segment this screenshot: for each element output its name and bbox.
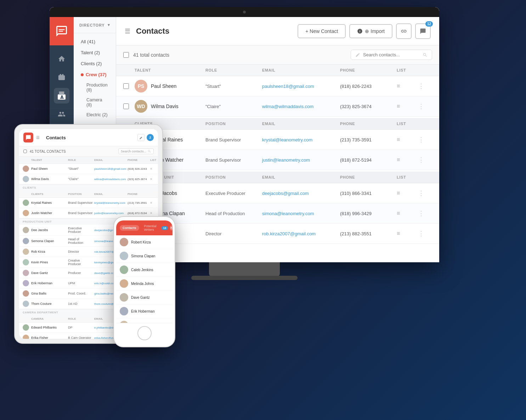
contacts-toolbar: 41 total contacts bbox=[116, 45, 439, 65]
col-phone-1: PHONE bbox=[340, 68, 397, 72]
t-name-cell-5: Dee Jacobs bbox=[31, 228, 67, 232]
sidebar-item-contacts[interactable] bbox=[54, 88, 69, 103]
tablet-action-icons: 2 bbox=[137, 134, 154, 141]
list-icon-7[interactable]: ≡ bbox=[397, 230, 418, 237]
t-avatar-9 bbox=[23, 270, 29, 276]
t-name-4: Justin Watcher bbox=[31, 211, 52, 215]
directory-chevron: ▾ bbox=[108, 23, 110, 27]
more-icon-1[interactable]: ⋮ bbox=[418, 82, 432, 90]
tablet-hamburger[interactable]: ☰ bbox=[36, 135, 43, 140]
t-role-7: Director bbox=[68, 250, 93, 253]
monitor-stand bbox=[209, 262, 280, 276]
t-avatar-14 bbox=[23, 335, 29, 339]
tablet-header: ☰ Contacts 2 bbox=[19, 129, 158, 146]
phone-avatar-6 bbox=[120, 307, 128, 315]
contact-name-cell-1: PS Paul Sheen bbox=[135, 80, 205, 93]
dir-sub-camera[interactable]: Camera (8) bbox=[74, 95, 116, 110]
table-row: JW Justin Watcher Brand Supervisor justi… bbox=[116, 150, 439, 170]
tablet-row: Paul Sheen "Stuart" paulsheen18@gmail.co… bbox=[19, 164, 158, 174]
tablet-title: Contacts bbox=[46, 135, 135, 140]
import-button[interactable]: ⊕ Import bbox=[349, 24, 392, 38]
new-contact-button[interactable]: + New Contact bbox=[298, 24, 346, 38]
more-icon-2[interactable]: ⋮ bbox=[418, 102, 432, 110]
header-actions: + New Contact ⊕ Import 12 bbox=[298, 23, 431, 39]
avatar-paul-sheen: PS bbox=[135, 80, 147, 93]
chat-button[interactable]: 12 bbox=[415, 23, 431, 39]
dir-item-talent[interactable]: Talent (2) bbox=[74, 47, 116, 58]
phone-list-item[interactable]: Gina Bailis bbox=[116, 318, 172, 323]
phone-close-btn[interactable]: ✕ bbox=[170, 225, 172, 230]
list-icon-6[interactable]: ≡ bbox=[397, 210, 418, 217]
t-name-13: Edward Philbanks bbox=[31, 326, 57, 329]
select-all-checkbox[interactable] bbox=[123, 52, 129, 58]
tablet-clients-header: CLIENTS POSITION EMAIL PHONE bbox=[19, 191, 158, 198]
phone-avatar-4 bbox=[120, 279, 128, 288]
hamburger-button[interactable]: ☰ bbox=[125, 27, 130, 35]
t-name-cell-14: Erika Fisher bbox=[31, 336, 67, 339]
more-icon-5[interactable]: ⋮ bbox=[418, 189, 432, 197]
app-logo[interactable] bbox=[50, 17, 74, 45]
people-icon bbox=[58, 110, 66, 118]
t-col-clients: CLIENTS bbox=[31, 192, 67, 196]
phone-screen: Contacts Potential Writers 18 ✕ Robert K… bbox=[116, 220, 172, 343]
t-role-1: "Stuart" bbox=[68, 167, 93, 170]
contact-email-7: rob.kirza2007@gmail.com bbox=[262, 231, 340, 236]
contact-phone-3: (213) 735-3591 bbox=[340, 137, 397, 142]
info-icon bbox=[357, 28, 363, 34]
t-list-1[interactable]: ≡ bbox=[150, 167, 157, 170]
more-icon-3[interactable]: ⋮ bbox=[418, 136, 432, 144]
sidebar-item-teams[interactable] bbox=[54, 106, 69, 122]
phone-tab-contacts[interactable]: Contacts bbox=[120, 225, 139, 231]
contact-role-2: "Claire" bbox=[205, 104, 262, 109]
tablet-row: Krystal Raines Brand Supervisor krystal@… bbox=[19, 198, 158, 208]
dir-sub-electric[interactable]: Electric (2) bbox=[74, 110, 116, 120]
t-name-cell-3: Krystal Raines bbox=[31, 201, 67, 205]
dir-item-clients[interactable]: Clients (2) bbox=[74, 58, 116, 69]
t-list-4[interactable]: ≡ bbox=[150, 211, 157, 215]
search-input[interactable] bbox=[363, 52, 420, 57]
dir-sub-electric-label: Electric (2) bbox=[86, 112, 108, 117]
phone-list-item[interactable]: Dave Gantz bbox=[116, 291, 172, 304]
t-name-cell-10: Erik Hoberman bbox=[31, 281, 67, 285]
talent-header-row: TALENT ROLE EMAIL PHONE LIST bbox=[116, 65, 439, 76]
phone-header: Contacts Potential Writers 18 ✕ bbox=[116, 220, 172, 235]
dir-sub-production[interactable]: Production (8) bbox=[74, 80, 116, 95]
phone-avatar-5 bbox=[120, 293, 128, 302]
phone-home-button[interactable] bbox=[137, 326, 152, 340]
t-name-cell-9: Dave Gantz bbox=[31, 271, 67, 275]
more-icon-6[interactable]: ⋮ bbox=[418, 209, 432, 217]
list-icon-2[interactable]: ≡ bbox=[397, 103, 418, 110]
t-avatar-4 bbox=[23, 210, 29, 216]
sidebar-item-home[interactable] bbox=[54, 51, 69, 67]
t-list-2[interactable]: ≡ bbox=[150, 177, 157, 181]
phone-list-item[interactable]: Caleb Jenkins bbox=[116, 263, 172, 277]
phone-list-item[interactable]: Robert Kirza bbox=[116, 235, 172, 249]
phone-list-item[interactable]: Melinda Johns bbox=[116, 277, 172, 291]
list-icon-1[interactable]: ≡ bbox=[397, 83, 418, 89]
tablet-select-all[interactable] bbox=[23, 150, 27, 153]
t-name-12: Thom Couture bbox=[31, 302, 52, 306]
phone-list-item[interactable]: Erik Hoberman bbox=[116, 304, 172, 318]
dir-item-crew[interactable]: Crew (37) bbox=[74, 69, 116, 80]
t-role-11: Prod. Coord. bbox=[68, 292, 93, 295]
contact-email-3: krystal@leanometry.com bbox=[262, 137, 340, 142]
t-list-3[interactable]: ≡ bbox=[150, 201, 157, 205]
dir-item-all[interactable]: All (41) bbox=[74, 36, 116, 47]
row-checkbox-1[interactable] bbox=[123, 83, 129, 89]
tablet-edit-btn[interactable] bbox=[137, 134, 145, 141]
phone-list-item[interactable]: Simona Clapan bbox=[116, 249, 172, 263]
phone-tab-writers[interactable]: Potential Writers bbox=[141, 223, 159, 233]
more-icon-4[interactable]: ⋮ bbox=[418, 156, 432, 164]
t-avatar-11 bbox=[23, 290, 29, 297]
list-icon-4[interactable]: ≡ bbox=[397, 157, 418, 163]
list-icon-3[interactable]: ≡ bbox=[397, 136, 418, 143]
t-col-talent: TALENT bbox=[31, 158, 67, 162]
row-checkbox-2[interactable] bbox=[123, 103, 129, 109]
t-name-7: Rob Kirza bbox=[31, 250, 45, 253]
more-icon-7[interactable]: ⋮ bbox=[418, 230, 432, 237]
t-avatar-13 bbox=[23, 324, 29, 331]
phone-avatar-1 bbox=[120, 238, 128, 246]
sidebar-item-projects[interactable] bbox=[54, 69, 69, 85]
link-button[interactable] bbox=[396, 23, 412, 39]
list-icon-5[interactable]: ≡ bbox=[397, 190, 418, 196]
